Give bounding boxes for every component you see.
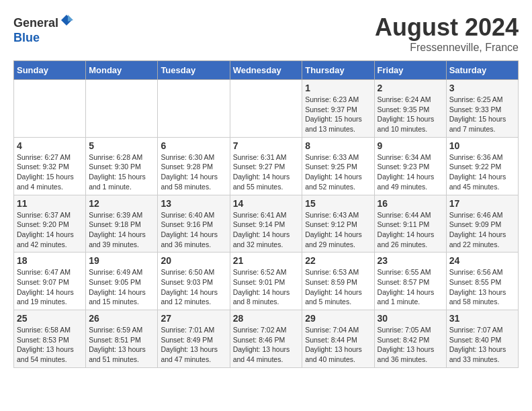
calendar-cell: 26Sunrise: 6:59 AM Sunset: 8:51 PM Dayli… [86, 310, 158, 368]
calendar-cell [158, 80, 230, 138]
day-number: 22 [305, 255, 371, 266]
day-number: 1 [305, 83, 371, 93]
day-number: 24 [449, 255, 515, 266]
calendar-cell: 21Sunrise: 6:52 AM Sunset: 9:01 PM Dayli… [230, 253, 302, 310]
calendar-cell: 11Sunrise: 6:37 AM Sunset: 9:20 PM Dayli… [14, 195, 86, 253]
calendar-cell [230, 80, 302, 138]
day-number: 29 [305, 313, 371, 324]
day-info: Sunrise: 6:58 AM Sunset: 8:53 PM Dayligh… [17, 325, 83, 365]
calendar-cell: 30Sunrise: 7:05 AM Sunset: 8:42 PM Dayli… [374, 310, 446, 368]
day-info: Sunrise: 6:49 AM Sunset: 9:05 PM Dayligh… [89, 267, 154, 307]
logo-blue: Blue [13, 31, 40, 44]
calendar-cell: 1Sunrise: 6:23 AM Sunset: 9:37 PM Daylig… [302, 80, 374, 138]
day-number: 21 [233, 255, 300, 266]
day-number: 2 [378, 83, 443, 93]
day-info: Sunrise: 6:31 AM Sunset: 9:27 PM Dayligh… [233, 152, 300, 192]
day-info: Sunrise: 7:04 AM Sunset: 8:44 PM Dayligh… [305, 325, 371, 365]
calendar-cell: 12Sunrise: 6:39 AM Sunset: 9:18 PM Dayli… [86, 195, 158, 253]
page-header: General Blue August 2024 Fressenneville,… [13, 13, 519, 54]
logo-icon [60, 13, 73, 27]
calendar-cell: 22Sunrise: 6:53 AM Sunset: 8:59 PM Dayli… [302, 253, 374, 310]
day-info: Sunrise: 7:05 AM Sunset: 8:42 PM Dayligh… [378, 325, 443, 365]
calendar-cell: 13Sunrise: 6:40 AM Sunset: 9:16 PM Dayli… [158, 195, 230, 253]
day-info: Sunrise: 6:24 AM Sunset: 9:35 PM Dayligh… [378, 95, 443, 134]
calendar-cell: 16Sunrise: 6:44 AM Sunset: 9:11 PM Dayli… [374, 195, 446, 253]
day-number: 12 [89, 198, 154, 209]
day-info: Sunrise: 6:53 AM Sunset: 8:59 PM Dayligh… [305, 267, 371, 307]
calendar-cell: 9Sunrise: 6:34 AM Sunset: 9:23 PM Daylig… [374, 137, 446, 195]
day-info: Sunrise: 6:37 AM Sunset: 9:20 PM Dayligh… [17, 210, 83, 250]
day-number: 6 [161, 140, 226, 151]
day-info: Sunrise: 6:39 AM Sunset: 9:18 PM Dayligh… [89, 210, 154, 250]
day-info: Sunrise: 6:47 AM Sunset: 9:07 PM Dayligh… [17, 267, 83, 307]
calendar-cell: 18Sunrise: 6:47 AM Sunset: 9:07 PM Dayli… [14, 253, 86, 310]
day-info: Sunrise: 6:44 AM Sunset: 9:11 PM Dayligh… [378, 210, 443, 250]
day-info: Sunrise: 7:02 AM Sunset: 8:46 PM Dayligh… [233, 325, 300, 365]
calendar-cell: 3Sunrise: 6:25 AM Sunset: 9:33 PM Daylig… [446, 80, 518, 138]
day-number: 26 [89, 313, 154, 324]
day-header-thursday: Thursday [302, 61, 374, 80]
logo: General Blue [13, 13, 73, 45]
day-info: Sunrise: 6:46 AM Sunset: 9:09 PM Dayligh… [449, 210, 515, 250]
day-number: 5 [89, 140, 154, 151]
day-header-tuesday: Tuesday [158, 61, 230, 80]
calendar-cell [14, 80, 86, 138]
calendar-cell: 24Sunrise: 6:56 AM Sunset: 8:55 PM Dayli… [446, 253, 518, 310]
calendar-cell: 17Sunrise: 6:46 AM Sunset: 9:09 PM Dayli… [446, 195, 518, 253]
svg-marker-1 [68, 15, 73, 21]
calendar-cell: 8Sunrise: 6:33 AM Sunset: 9:25 PM Daylig… [302, 137, 374, 195]
calendar-cell: 23Sunrise: 6:55 AM Sunset: 8:57 PM Dayli… [374, 253, 446, 310]
day-header-friday: Friday [374, 61, 446, 80]
calendar-cell: 29Sunrise: 7:04 AM Sunset: 8:44 PM Dayli… [302, 310, 374, 368]
calendar-cell: 15Sunrise: 6:43 AM Sunset: 9:12 PM Dayli… [302, 195, 374, 253]
day-number: 18 [17, 255, 83, 266]
day-number: 31 [449, 313, 515, 324]
calendar-cell: 28Sunrise: 7:02 AM Sunset: 8:46 PM Dayli… [230, 310, 302, 368]
day-number: 9 [378, 140, 443, 151]
calendar-cell: 31Sunrise: 7:07 AM Sunset: 8:40 PM Dayli… [446, 310, 518, 368]
day-info: Sunrise: 6:52 AM Sunset: 9:01 PM Dayligh… [233, 267, 300, 307]
day-number: 13 [161, 198, 226, 209]
calendar-cell: 10Sunrise: 6:36 AM Sunset: 9:22 PM Dayli… [446, 137, 518, 195]
calendar-cell: 20Sunrise: 6:50 AM Sunset: 9:03 PM Dayli… [158, 253, 230, 310]
day-number: 11 [17, 198, 83, 209]
day-number: 28 [233, 313, 300, 324]
calendar-cell: 5Sunrise: 6:28 AM Sunset: 9:30 PM Daylig… [86, 137, 158, 195]
day-info: Sunrise: 6:43 AM Sunset: 9:12 PM Dayligh… [305, 210, 371, 250]
day-number: 14 [233, 198, 300, 209]
title-block: August 2024 Fressenneville, France [375, 13, 519, 54]
day-info: Sunrise: 6:56 AM Sunset: 8:55 PM Dayligh… [449, 267, 515, 307]
day-info: Sunrise: 6:34 AM Sunset: 9:23 PM Dayligh… [378, 152, 443, 192]
day-number: 25 [17, 313, 83, 324]
day-number: 3 [449, 83, 515, 93]
calendar-cell: 25Sunrise: 6:58 AM Sunset: 8:53 PM Dayli… [14, 310, 86, 368]
day-info: Sunrise: 6:33 AM Sunset: 9:25 PM Dayligh… [305, 152, 371, 192]
day-header-wednesday: Wednesday [230, 61, 302, 80]
day-info: Sunrise: 6:28 AM Sunset: 9:30 PM Dayligh… [89, 152, 154, 192]
day-number: 27 [161, 313, 226, 324]
day-number: 4 [17, 140, 83, 151]
calendar-cell: 4Sunrise: 6:27 AM Sunset: 9:32 PM Daylig… [14, 137, 86, 195]
day-info: Sunrise: 6:25 AM Sunset: 9:33 PM Dayligh… [449, 95, 515, 134]
calendar-cell: 14Sunrise: 6:41 AM Sunset: 9:14 PM Dayli… [230, 195, 302, 253]
day-info: Sunrise: 6:41 AM Sunset: 9:14 PM Dayligh… [233, 210, 300, 250]
day-number: 19 [89, 255, 154, 266]
calendar-cell [86, 80, 158, 138]
day-info: Sunrise: 6:59 AM Sunset: 8:51 PM Dayligh… [89, 325, 154, 365]
subtitle: Fressenneville, France [375, 42, 519, 54]
calendar-table: SundayMondayTuesdayWednesdayThursdayFrid… [13, 60, 519, 368]
day-info: Sunrise: 6:27 AM Sunset: 9:32 PM Dayligh… [17, 152, 83, 192]
day-header-sunday: Sunday [14, 61, 86, 80]
day-number: 7 [233, 140, 300, 151]
calendar-cell: 2Sunrise: 6:24 AM Sunset: 9:35 PM Daylig… [374, 80, 446, 138]
day-number: 15 [305, 198, 371, 209]
day-info: Sunrise: 6:50 AM Sunset: 9:03 PM Dayligh… [161, 267, 226, 307]
calendar-cell: 6Sunrise: 6:30 AM Sunset: 9:28 PM Daylig… [158, 137, 230, 195]
logo-general: General [13, 16, 58, 30]
main-title: August 2024 [375, 13, 519, 42]
day-number: 30 [378, 313, 443, 324]
day-info: Sunrise: 7:01 AM Sunset: 8:49 PM Dayligh… [161, 325, 226, 365]
day-info: Sunrise: 7:07 AM Sunset: 8:40 PM Dayligh… [449, 325, 515, 365]
day-number: 17 [449, 198, 515, 209]
day-info: Sunrise: 6:40 AM Sunset: 9:16 PM Dayligh… [161, 210, 226, 250]
